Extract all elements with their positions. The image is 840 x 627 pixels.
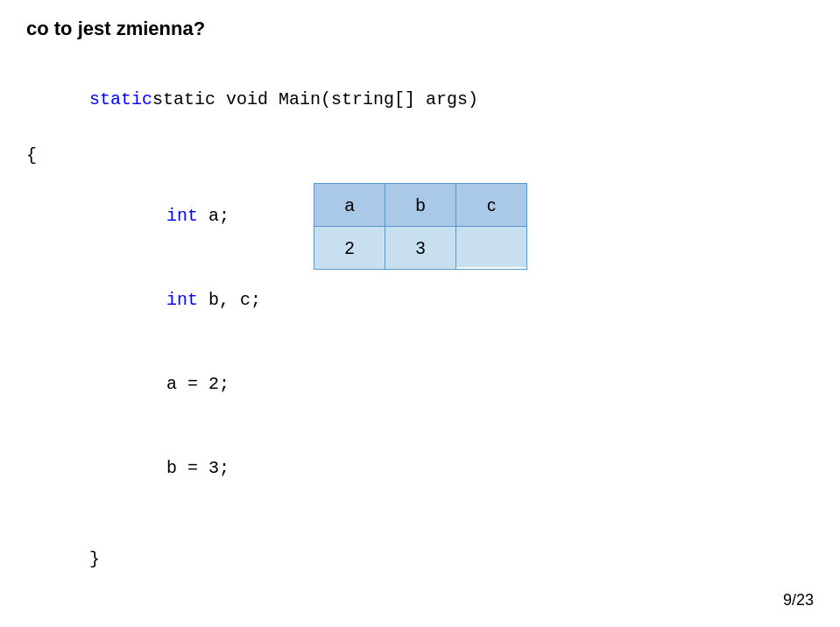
var-header-b: b bbox=[385, 184, 455, 227]
var-header-c: c bbox=[456, 184, 526, 227]
keyword-int-2: int bbox=[166, 290, 198, 310]
code-text-6: b = 3; bbox=[166, 458, 229, 478]
var-value-a: 2 bbox=[314, 227, 385, 269]
code-line-2: { bbox=[26, 142, 814, 170]
page-number: 9/23 bbox=[783, 591, 814, 609]
code-text-3: a; bbox=[198, 206, 229, 226]
code-text-4: b, c; bbox=[198, 290, 261, 310]
var-col-b: b 3 bbox=[385, 183, 456, 270]
code-block: staticstatic void Main(string[] args) { … bbox=[26, 58, 814, 602]
keyword-static: static bbox=[89, 89, 152, 109]
var-value-b: 3 bbox=[385, 227, 455, 269]
code-line-5: a = 2; bbox=[26, 342, 261, 426]
var-col-a: a 2 bbox=[314, 183, 385, 270]
code-text-1: static void Main(string[] args) bbox=[152, 89, 478, 109]
code-line-4: int b, c; bbox=[26, 258, 261, 342]
var-value-c bbox=[456, 227, 526, 267]
code-text-5: a = 2; bbox=[166, 374, 229, 394]
code-text-close: } bbox=[89, 549, 100, 569]
page-content: co to jest zmienna? staticstatic void Ma… bbox=[0, 0, 840, 619]
code-line-1: staticstatic void Main(string[] args) bbox=[26, 58, 814, 142]
var-col-c: c bbox=[456, 183, 527, 270]
code-line-3: int a; bbox=[26, 174, 261, 258]
code-line-close: } bbox=[26, 518, 814, 602]
keyword-int-1: int bbox=[166, 206, 198, 226]
var-header-a: a bbox=[314, 184, 385, 227]
code-lines: int a; int b, c; a = 2; b = 3; bbox=[26, 174, 261, 511]
code-line-6: b = 3; bbox=[26, 426, 261, 511]
code-and-table: int a; int b, c; a = 2; b = 3; a 2 bbox=[26, 174, 814, 511]
variable-table: a 2 b 3 c bbox=[314, 183, 527, 270]
page-heading: co to jest zmienna? bbox=[26, 18, 814, 40]
